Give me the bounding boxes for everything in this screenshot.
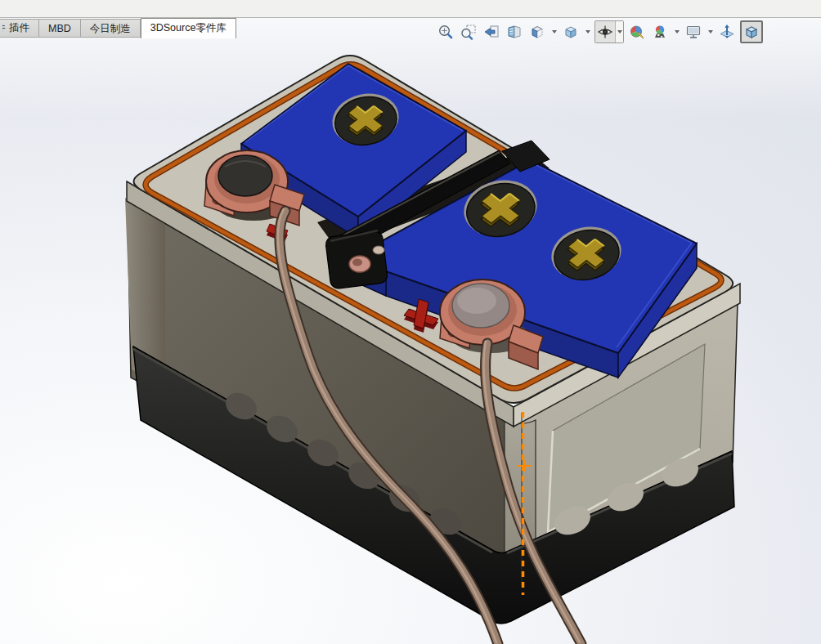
edit-appearance-icon	[629, 24, 645, 40]
zoom-to-area-button[interactable]	[459, 20, 478, 43]
display-style-dropdown[interactable]	[550, 20, 558, 43]
clipped-glyph: 件	[2, 19, 7, 38]
section-view-button[interactable]	[505, 20, 524, 43]
command-manager-tabs: 件 插件 MBD 今日制造 3DSource零件库	[0, 18, 236, 38]
graphics-viewport[interactable]	[0, 18, 821, 644]
view-orientation-dropdown[interactable]	[584, 20, 591, 43]
zoom-to-fit-icon	[437, 24, 454, 40]
tab-3dsource-parts-library[interactable]: 3DSource零件库	[141, 18, 236, 38]
tab-today-manufacturing[interactable]: 今日制造	[81, 19, 141, 38]
zoom-to-fit-button[interactable]	[436, 20, 455, 43]
heads-up-view-toolbar	[436, 20, 763, 44]
3d-drawing-view-button[interactable]	[717, 20, 737, 43]
battery-3d-model[interactable]	[0, 0, 821, 644]
handle-pivot-block	[325, 230, 388, 289]
3d-drawing-view-icon	[719, 24, 735, 40]
hide-show-items-dropdown[interactable]	[615, 21, 623, 42]
apply-scene-dropdown[interactable]	[673, 20, 680, 43]
tab-mbd[interactable]: MBD	[39, 19, 81, 38]
hide-show-items-button[interactable]	[595, 21, 615, 42]
view-orientation-button[interactable]	[561, 20, 581, 43]
view-settings-dropdown[interactable]	[707, 20, 714, 43]
hide-show-items-group	[594, 20, 624, 43]
apply-scene-icon	[652, 24, 668, 40]
previous-view-icon	[483, 24, 500, 40]
view-settings-monitor-icon	[685, 24, 702, 40]
cad-application-window: { "tabs": { "items": [ {"label": "插件", "…	[0, 0, 821, 644]
apply-scene-button[interactable]	[650, 20, 670, 43]
tab-plugins[interactable]: 件 插件	[0, 19, 39, 38]
eye-icon	[597, 24, 613, 40]
display-style-icon	[529, 24, 545, 40]
orientation-cube-button[interactable]	[740, 20, 763, 43]
command-manager-strip	[0, 0, 821, 18]
view-orientation-icon	[563, 24, 579, 40]
section-view-icon	[506, 24, 523, 40]
cube-icon	[743, 24, 760, 40]
previous-view-button[interactable]	[482, 20, 501, 43]
zoom-to-area-icon	[460, 24, 477, 40]
edit-appearance-button[interactable]	[627, 20, 647, 43]
display-style-button[interactable]	[527, 20, 547, 43]
view-settings-button[interactable]	[684, 20, 703, 43]
